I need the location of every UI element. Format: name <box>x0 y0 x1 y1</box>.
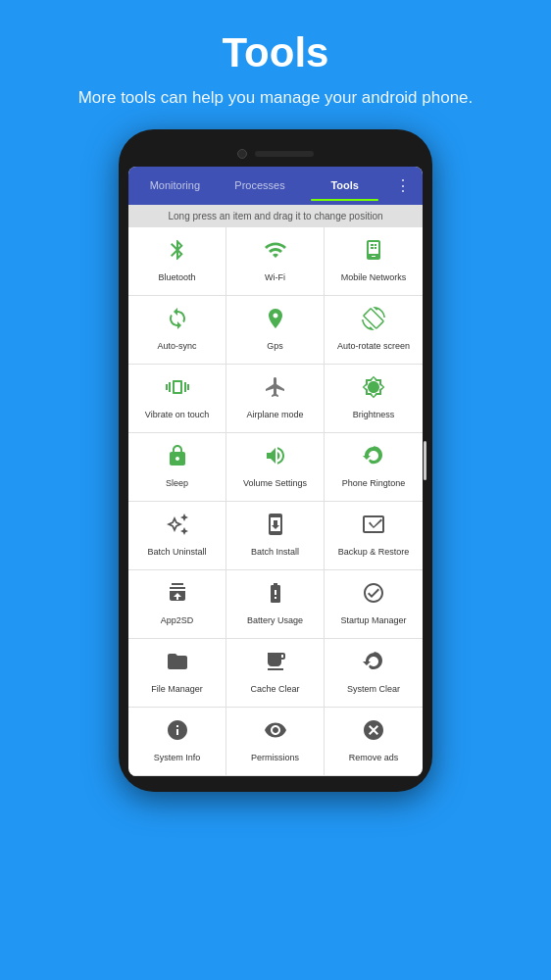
tab-menu-icon[interactable]: ⋮ <box>387 167 419 205</box>
bluetooth-label: Bluetooth <box>158 272 195 283</box>
phone-speaker <box>255 151 314 157</box>
mobile-network-icon <box>362 238 385 268</box>
gps-label: Gps <box>267 341 283 352</box>
phone-camera <box>237 149 247 159</box>
tool-startup[interactable]: Startup Manager <box>325 570 423 639</box>
system-clear-icon <box>362 650 385 679</box>
sleep-label: Sleep <box>166 478 188 489</box>
remove-ads-label: Remove ads <box>349 753 399 763</box>
volume-icon <box>264 444 287 473</box>
vibrate-label: Vibrate on touch <box>145 410 209 420</box>
batch-install-icon <box>264 513 287 542</box>
battery-label: Battery Usage <box>247 615 303 626</box>
volume-label: Volume Settings <box>243 478 307 489</box>
tools-grid: Bluetooth Wi-Fi Mobile Networks Auto- <box>128 227 423 776</box>
tabs-bar: Monitoring Processes Tools ⋮ <box>128 167 423 205</box>
tab-monitoring[interactable]: Monitoring <box>132 170 218 201</box>
brightness-label: Brightness <box>353 410 395 420</box>
tab-tools[interactable]: Tools <box>302 170 387 201</box>
tool-airplane[interactable]: Airplane mode <box>226 365 325 433</box>
auto-rotate-icon <box>362 307 385 336</box>
hint-bar: Long press an item and drag it to change… <box>128 205 423 227</box>
startup-label: Startup Manager <box>340 615 406 626</box>
tool-mobile-networks[interactable]: Mobile Networks <box>325 227 423 296</box>
cache-clear-label: Cache Clear <box>250 684 299 695</box>
tool-battery[interactable]: Battery Usage <box>226 570 325 639</box>
tool-ringtone[interactable]: Phone Ringtone <box>325 433 423 502</box>
tool-wifi[interactable]: Wi-Fi <box>226 227 325 296</box>
mobile-networks-label: Mobile Networks <box>341 272 407 283</box>
airplane-icon <box>264 375 287 405</box>
tool-sleep[interactable]: Sleep <box>128 433 226 502</box>
tool-system-clear[interactable]: System Clear <box>325 639 423 708</box>
batch-install-label: Batch Install <box>251 547 299 558</box>
tool-system-info[interactable]: System Info <box>128 708 226 776</box>
gps-icon <box>264 307 287 336</box>
auto-sync-icon <box>166 307 189 336</box>
tool-volume[interactable]: Volume Settings <box>226 433 325 502</box>
wifi-icon <box>264 238 287 268</box>
file-manager-label: File Manager <box>151 684 203 695</box>
tool-bluetooth[interactable]: Bluetooth <box>128 227 226 296</box>
auto-rotate-label: Auto-rotate screen <box>337 341 410 352</box>
tool-auto-rotate[interactable]: Auto-rotate screen <box>325 296 423 365</box>
tool-permissions[interactable]: Permissions <box>226 708 325 776</box>
tool-gps[interactable]: Gps <box>226 296 325 365</box>
permissions-icon <box>264 718 287 748</box>
brightness-icon <box>362 375 385 405</box>
system-info-label: System Info <box>154 753 201 763</box>
phone-device: Monitoring Processes Tools ⋮ Long press … <box>119 129 432 792</box>
scrollbar[interactable] <box>424 441 426 480</box>
tool-auto-sync[interactable]: Auto-sync <box>128 296 226 365</box>
batch-uninstall-icon <box>166 513 189 542</box>
airplane-label: Airplane mode <box>246 410 303 420</box>
auto-sync-label: Auto-sync <box>157 341 196 352</box>
tool-batch-install[interactable]: Batch Install <box>226 502 325 570</box>
tool-file-manager[interactable]: File Manager <box>128 639 226 708</box>
phone-notch <box>128 145 423 167</box>
sleep-icon <box>166 444 189 473</box>
backup-label: Backup & Restore <box>338 547 410 558</box>
startup-icon <box>362 581 385 611</box>
phone-screen: Monitoring Processes Tools ⋮ Long press … <box>128 167 423 776</box>
page-title: Tools <box>78 29 474 76</box>
file-manager-icon <box>166 650 189 679</box>
app2sd-icon <box>166 581 189 611</box>
backup-icon <box>362 513 385 542</box>
cache-clear-icon <box>264 650 287 679</box>
system-clear-label: System Clear <box>347 684 400 695</box>
permissions-label: Permissions <box>251 753 299 763</box>
tool-app2sd[interactable]: App2SD <box>128 570 226 639</box>
app2sd-label: App2SD <box>161 615 194 626</box>
batch-uninstall-label: Batch Uninstall <box>147 547 206 558</box>
tool-cache-clear[interactable]: Cache Clear <box>226 639 325 708</box>
bluetooth-icon <box>166 238 189 268</box>
page-subtitle: More tools can help you manage your andr… <box>78 86 474 110</box>
tool-remove-ads[interactable]: Remove ads <box>325 708 423 776</box>
tool-brightness[interactable]: Brightness <box>325 365 423 433</box>
remove-ads-icon <box>362 718 385 748</box>
header-section: Tools More tools can help you manage you… <box>59 0 493 129</box>
battery-icon <box>264 581 287 611</box>
tab-processes[interactable]: Processes <box>218 170 303 201</box>
tool-backup[interactable]: Backup & Restore <box>325 502 423 570</box>
system-info-icon <box>166 718 189 748</box>
vibrate-icon <box>166 375 189 405</box>
ringtone-icon <box>362 444 385 473</box>
ringtone-label: Phone Ringtone <box>342 478 406 489</box>
tool-batch-uninstall[interactable]: Batch Uninstall <box>128 502 226 570</box>
wifi-label: Wi-Fi <box>265 272 285 283</box>
tool-vibrate[interactable]: Vibrate on touch <box>128 365 226 433</box>
